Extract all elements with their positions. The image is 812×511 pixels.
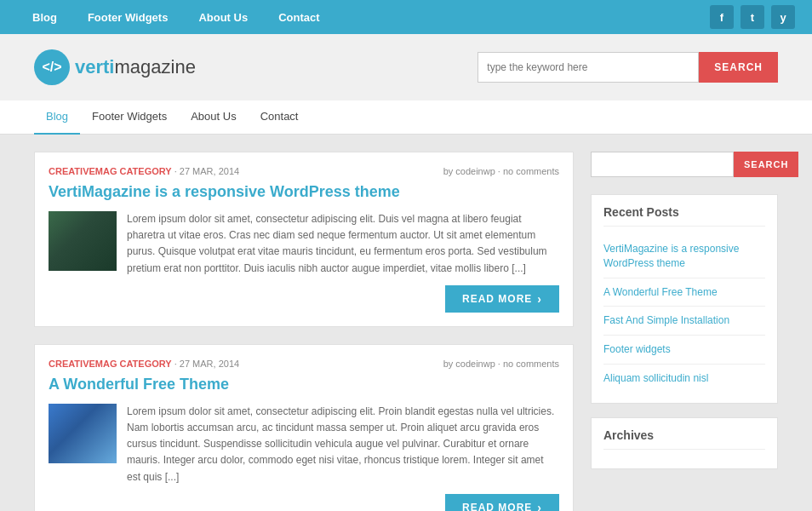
post-1-meta: CREATIVEMAG CATEGORY · 27 MAR, 2014 by c… bbox=[49, 166, 559, 176]
post-1-read-more-button[interactable]: READ MORE › bbox=[445, 285, 559, 313]
recent-post-3[interactable]: Fast And Simple Installation bbox=[603, 307, 765, 336]
logo-text-part1: verti bbox=[75, 56, 114, 78]
recent-post-2[interactable]: A Wonderful Free Theme bbox=[603, 278, 765, 307]
recent-post-1[interactable]: VertiMagazine is a responsive WordPress … bbox=[603, 235, 765, 278]
post-2-thumbnail-image bbox=[49, 404, 117, 463]
site-header: </> vertimagazine SEARCH bbox=[0, 34, 812, 100]
post-2-read-more-arrow: › bbox=[537, 501, 542, 511]
post-1: CREATIVEMAG CATEGORY · 27 MAR, 2014 by c… bbox=[34, 152, 574, 327]
top-navigation: Blog Footer Widgets About Us Contact f t… bbox=[0, 0, 812, 34]
site-logo: </> vertimagazine bbox=[34, 49, 196, 85]
post-2: CREATIVEMAG CATEGORY · 27 MAR, 2014 by c… bbox=[34, 344, 574, 511]
facebook-icon[interactable]: f bbox=[710, 5, 734, 29]
post-1-read-more-arrow: › bbox=[537, 292, 542, 306]
main-layout: CREATIVEMAG CATEGORY · 27 MAR, 2014 by c… bbox=[0, 135, 812, 511]
post-2-meta: CREATIVEMAG CATEGORY · 27 MAR, 2014 by c… bbox=[49, 359, 559, 369]
header-search-button[interactable]: SEARCH bbox=[699, 52, 778, 83]
post-2-category: CREATIVEMAG CATEGORY bbox=[49, 359, 172, 369]
post-2-read-more-button[interactable]: READ MORE › bbox=[445, 494, 559, 511]
post-1-read-more-row: READ MORE › bbox=[49, 285, 559, 313]
top-nav-links: Blog Footer Widgets About Us Contact bbox=[17, 0, 335, 34]
secondary-navigation: Blog Footer Widgets About Us Contact bbox=[0, 100, 812, 135]
post-2-thumbnail bbox=[49, 404, 117, 463]
post-1-comments: · no comments bbox=[498, 166, 559, 176]
sidebar-search: SEARCH bbox=[591, 152, 778, 177]
header-search: SEARCH bbox=[477, 52, 778, 83]
post-2-text: Lorem ipsum dolor sit amet, consectetur … bbox=[127, 404, 559, 485]
post-2-meta-left: CREATIVEMAG CATEGORY · 27 MAR, 2014 bbox=[49, 359, 239, 369]
youtube-icon[interactable]: y bbox=[771, 5, 795, 29]
secondary-nav-blog[interactable]: Blog bbox=[34, 100, 80, 135]
post-2-read-more-row: READ MORE › bbox=[49, 494, 559, 511]
sidebar: SEARCH Recent Posts VertiMagazine is a r… bbox=[591, 152, 778, 511]
post-1-text: Lorem ipsum dolor sit amet, consectetur … bbox=[127, 211, 559, 277]
post-1-date: · 27 MAR, 2014 bbox=[174, 166, 239, 176]
sidebar-search-input[interactable] bbox=[591, 152, 734, 177]
recent-posts-title: Recent Posts bbox=[603, 205, 765, 227]
top-nav-about-us[interactable]: About Us bbox=[183, 0, 263, 34]
top-nav-contact[interactable]: Contact bbox=[263, 0, 335, 34]
post-2-body: Lorem ipsum dolor sit amet, consectetur … bbox=[49, 404, 559, 485]
post-1-meta-left: CREATIVEMAG CATEGORY · 27 MAR, 2014 bbox=[49, 166, 239, 176]
social-links: f t y bbox=[710, 5, 795, 29]
twitter-icon[interactable]: t bbox=[741, 5, 764, 29]
post-1-meta-right: by codeinwp · no comments bbox=[443, 166, 559, 176]
archives-title: Archives bbox=[603, 428, 765, 450]
logo-icon: </> bbox=[34, 49, 70, 85]
secondary-nav-footer-widgets[interactable]: Footer Widgets bbox=[80, 100, 179, 135]
secondary-nav-about-us[interactable]: About Us bbox=[179, 100, 248, 135]
post-1-body: Lorem ipsum dolor sit amet, consectetur … bbox=[49, 211, 559, 277]
top-nav-blog[interactable]: Blog bbox=[17, 0, 72, 34]
recent-post-5[interactable]: Aliquam sollicitudin nisl bbox=[603, 365, 765, 393]
post-2-meta-right: by codeinwp · no comments bbox=[443, 359, 559, 369]
recent-post-4[interactable]: Footer widgets bbox=[603, 336, 765, 365]
post-2-read-more-label: READ MORE bbox=[462, 502, 532, 511]
post-1-read-more-label: READ MORE bbox=[462, 293, 532, 305]
post-1-category: CREATIVEMAG CATEGORY bbox=[49, 166, 172, 176]
post-2-date: · 27 MAR, 2014 bbox=[174, 359, 239, 369]
sidebar-search-button[interactable]: SEARCH bbox=[734, 152, 798, 177]
content-area: CREATIVEMAG CATEGORY · 27 MAR, 2014 by c… bbox=[34, 152, 574, 511]
post-1-title: VertiMagazine is a responsive WordPress … bbox=[49, 183, 559, 201]
post-1-author: by codeinwp bbox=[443, 166, 495, 176]
secondary-nav-contact[interactable]: Contact bbox=[249, 100, 311, 135]
post-1-thumbnail-image bbox=[49, 211, 117, 271]
post-1-thumbnail bbox=[49, 211, 117, 271]
header-search-input[interactable] bbox=[477, 52, 699, 83]
recent-posts-widget: Recent Posts VertiMagazine is a responsi… bbox=[591, 194, 778, 404]
top-nav-footer-widgets[interactable]: Footer Widgets bbox=[72, 0, 184, 34]
post-2-author: by codeinwp bbox=[443, 359, 495, 369]
logo-text-part2: magazine bbox=[114, 56, 195, 78]
archives-widget: Archives bbox=[591, 417, 778, 469]
post-2-title: A Wonderful Free Theme bbox=[49, 376, 559, 393]
post-2-comments: · no comments bbox=[498, 359, 559, 369]
logo-text: vertimagazine bbox=[75, 56, 196, 78]
